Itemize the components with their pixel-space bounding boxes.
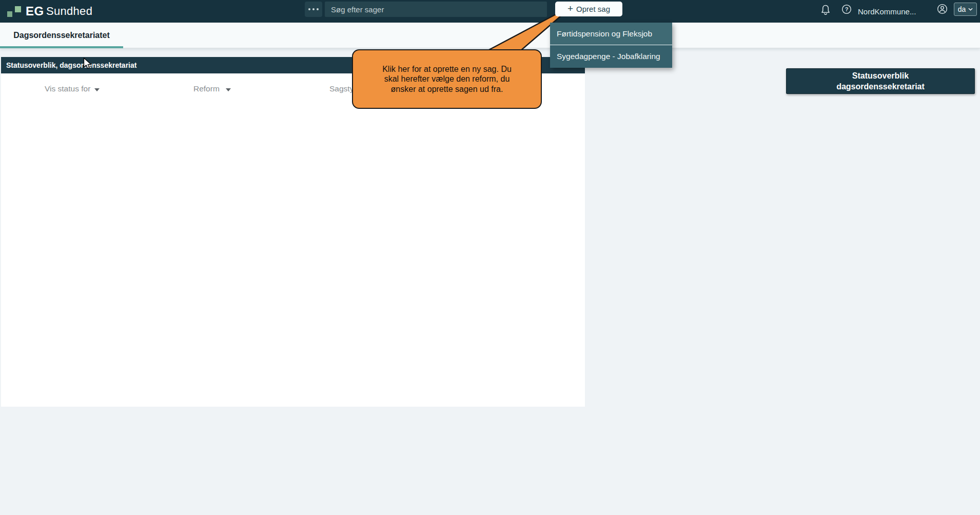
brand-name: EG [26, 0, 44, 23]
application-window: EG Sundhed + Opret sag ? NordKommune... [0, 0, 980, 515]
filter-vis-status-for[interactable]: Vis status for [45, 84, 90, 93]
tooltip-text-line: Klik her for at oprette en ny sag. Du [382, 64, 512, 74]
svg-text:?: ? [845, 6, 849, 12]
create-case-label: Opret sag [576, 5, 610, 13]
notifications-button[interactable] [820, 4, 831, 18]
language-code: da [958, 5, 966, 13]
menu-item-fortidspension[interactable]: Førtidspension og Fleksjob [550, 23, 672, 45]
active-tab-underline [0, 46, 123, 48]
create-case-button[interactable]: + Opret sag [555, 2, 622, 16]
side-button-line2: dagsordenssekretariat [836, 81, 925, 92]
chevron-down-icon [968, 8, 973, 11]
side-button-line1: Statusoverblik [852, 70, 909, 81]
status-panel [1, 73, 585, 407]
menu-item-sygedagpenge[interactable]: Sygedagpenge - Jobafklaring [550, 45, 672, 68]
bell-icon [820, 4, 831, 16]
caret-down-icon[interactable] [226, 88, 231, 91]
section-title: Statusoverblik, dagsordenssekretariat [6, 61, 136, 69]
tooltip-text-line: ønsker at oprette sagen ud fra. [391, 84, 503, 94]
plus-icon: + [567, 4, 573, 13]
menu-item-label: Førtidspension og Fleksjob [557, 29, 652, 39]
onboarding-tooltip: Klik her for at oprette en ny sag. Du sk… [352, 49, 542, 109]
more-apps-button[interactable] [305, 2, 322, 17]
tab-label: Dagsordenssekretariatet [13, 31, 110, 40]
tab-dagsordenssekretariatet[interactable]: Dagsordenssekretariatet [0, 23, 123, 48]
mouse-cursor-icon [83, 58, 92, 70]
filter-reform[interactable]: Reform [193, 84, 220, 93]
ellipsis-icon [308, 8, 319, 10]
user-icon [937, 4, 948, 14]
user-menu-button[interactable] [937, 4, 948, 16]
language-selector[interactable]: da [954, 3, 977, 16]
eg-logo-icon [15, 6, 21, 12]
create-case-menu: Førtidspension og Fleksjob Sygedagpenge … [550, 23, 672, 68]
eg-logo-icon [7, 11, 12, 17]
brand-product-name: Sundhed [46, 0, 92, 23]
statusoverblik-side-button[interactable]: Statusoverblik dagsordenssekretariat [786, 68, 975, 94]
tenant-name[interactable]: NordKommune... [858, 0, 916, 23]
tooltip-text-line: skal herefter vælge den reform, du [384, 74, 510, 84]
caret-down-icon[interactable] [94, 88, 100, 91]
menu-item-label: Sygedagpenge - Jobafklaring [557, 52, 660, 61]
filter-sagstype[interactable]: Sagsty [329, 84, 354, 93]
help-icon: ? [841, 4, 852, 14]
help-button[interactable]: ? [841, 4, 852, 16]
